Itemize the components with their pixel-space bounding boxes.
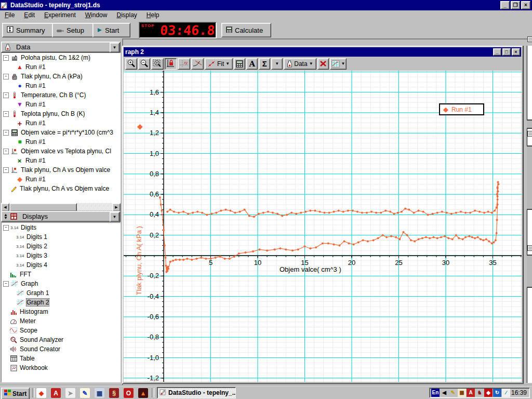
plot-area[interactable]: 5101520253035-1,2-1,0-0,8-0,6-0,4-0,20,2…	[124, 71, 522, 382]
scroll-left-button[interactable]: ◀	[1, 203, 9, 211]
quick-launch-acrobat-icon[interactable]: A	[51, 388, 61, 398]
display-item[interactable]: Histogram	[2, 307, 120, 316]
data-item[interactable]: − Poloha pistu, Ch 1&2 (m)	[2, 53, 120, 62]
quick-launch-datastudio-icon[interactable]: ◆	[36, 388, 46, 398]
run-item[interactable]: ● Run #1	[2, 81, 120, 90]
collapse-box[interactable]: −	[3, 149, 9, 154]
data-item[interactable]: −x Tlak plynu, Ch A vs Objem valce	[2, 165, 120, 175]
collapse-box[interactable]: −	[3, 55, 9, 61]
display-subitem[interactable]: 3.14 Digits 4	[2, 260, 120, 270]
scroll-track[interactable]	[77, 203, 112, 210]
setup-button[interactable]: Setup	[52, 23, 96, 37]
tray-sync-icon[interactable]: ↻	[493, 389, 501, 397]
tray-scheduler-icon[interactable]: ▦	[458, 389, 466, 397]
run-item[interactable]: ◆ Run #1	[2, 175, 120, 184]
quick-launch-paint-icon[interactable]: ✎	[80, 388, 90, 398]
data-item[interactable]: − Teplota plynu, Ch B (K)	[2, 109, 120, 118]
menu-help[interactable]: Help	[142, 11, 164, 19]
data-item[interactable]: Tlak plynu, Ch A vs Objem valce	[2, 184, 120, 193]
collapse-box[interactable]: −	[3, 167, 9, 173]
data-tree-hscrollbar[interactable]: ◀ ▶	[1, 203, 121, 210]
data-item[interactable]: −x Objem valce vs Teplota plynu, Cl	[2, 147, 120, 156]
restore-button[interactable]: ❐	[511, 1, 520, 9]
graph-window-titlebar[interactable]: raph 2 _ □ ×	[124, 47, 521, 57]
zoom-out-button[interactable]	[138, 58, 150, 70]
tray-volume-icon[interactable]: ◀	[440, 389, 448, 397]
statistics-button[interactable]: Σ	[259, 58, 270, 70]
calculate-button[interactable]: Calculate	[221, 23, 271, 37]
graph-minimize-button[interactable]: _	[493, 48, 501, 56]
tray-diamond-icon[interactable]: ◆	[484, 389, 493, 397]
display-item[interactable]: FFT	[2, 270, 120, 279]
summary-button[interactable]: Summary	[2, 23, 57, 37]
scale-to-fit-button[interactable]	[165, 58, 177, 70]
fit-menu-button[interactable]: Fit▼	[205, 58, 233, 70]
tray-agent-icon[interactable]: ♞	[475, 389, 484, 397]
taskbar-datastudio-button[interactable]: DataStudio - tepelny_...	[157, 387, 236, 398]
display-subitem[interactable]: Graph 2	[2, 298, 120, 307]
quick-launch-opera-icon[interactable]: O	[124, 388, 134, 398]
legend[interactable]: ◆ Run #1	[439, 103, 484, 115]
close-button[interactable]: ×	[521, 1, 530, 9]
run-item[interactable]: + Run #1	[2, 156, 120, 165]
smart-tool-button[interactable]: xy	[178, 58, 190, 70]
collapse-box[interactable]: −	[3, 281, 9, 287]
display-item[interactable]: Table	[2, 354, 120, 363]
data-item[interactable]: − Tlak plynu, Ch A (kPa)	[2, 72, 120, 81]
quick-launch-bird-icon[interactable]: ➤	[65, 388, 75, 398]
menu-window[interactable]: Window	[81, 11, 112, 19]
menu-edit[interactable]: Edit	[19, 11, 39, 19]
collapse-box[interactable]: −	[3, 130, 9, 136]
quick-launch-flame-icon[interactable]: ▲	[138, 388, 148, 398]
minimize-button[interactable]: _	[500, 1, 510, 9]
quick-launch-calculator-icon[interactable]: ▦	[95, 388, 104, 398]
display-item[interactable]: Sound Analyzer	[2, 335, 120, 344]
tray-ati-icon[interactable]: A	[467, 389, 475, 397]
data-menu-button[interactable]: Data▼	[284, 58, 316, 70]
zoom-select-button[interactable]	[151, 58, 164, 70]
quick-launch-dragon-icon[interactable]: §	[109, 388, 119, 398]
data-panel-menu-button[interactable]: ▼	[110, 43, 119, 52]
display-subitem[interactable]: 3.14 Digits 1	[2, 232, 120, 242]
display-item[interactable]: Meter	[2, 316, 120, 326]
tray-line-tool-icon[interactable]: ∕	[502, 389, 510, 397]
statistics-menu-button[interactable]: ▼	[271, 58, 283, 70]
run-item[interactable]: ■ Run #1	[2, 137, 120, 147]
data-item[interactable]: − Temperature, Ch B (°C)	[2, 90, 120, 100]
tray-pen-yellow-icon[interactable]: ✎	[449, 389, 457, 397]
run-item[interactable]: ▼ Run #1	[2, 100, 120, 109]
scroll-thumb[interactable]	[9, 203, 77, 211]
scroll-right-button[interactable]: ▶	[112, 203, 121, 211]
display-item[interactable]: Sound Creator	[2, 344, 120, 354]
run-item[interactable]: + Run #1	[2, 118, 120, 128]
tray-keyboard-layout-icon[interactable]: En	[431, 389, 440, 397]
menu-experiment[interactable]: Experiment	[39, 11, 81, 19]
start-menu-button[interactable]: Start	[1, 388, 30, 399]
text-annotation-button[interactable]: A	[246, 58, 258, 70]
display-item[interactable]: − Graph	[2, 279, 120, 288]
graph-maximize-button[interactable]: □	[502, 48, 511, 56]
collapse-box[interactable]: −	[3, 92, 9, 98]
menu-display[interactable]: Display	[112, 11, 141, 19]
taskbar-clock[interactable]: 16:39	[511, 389, 527, 396]
display-item[interactable]: Scope	[2, 326, 120, 335]
slope-tool-button[interactable]	[191, 58, 204, 70]
menu-file[interactable]: File	[0, 11, 19, 19]
start-button-toolbar[interactable]: Start	[92, 23, 130, 37]
display-subitem[interactable]: 3.14 Digits 2	[2, 242, 120, 251]
collapse-box[interactable]: −	[3, 225, 9, 231]
settings-menu-button[interactable]: ▼	[330, 58, 347, 70]
displays-panel-menu-button[interactable]: ▼	[110, 212, 119, 222]
graph-close-button[interactable]: ×	[512, 48, 520, 56]
display-item[interactable]: −3.14 Digits	[2, 223, 120, 232]
data-item[interactable]: − Objem valce = pi*r*r*y*100 (cm^3	[2, 128, 120, 137]
collapse-box[interactable]: −	[3, 111, 9, 117]
display-item[interactable]: Workbook	[2, 363, 120, 373]
delete-button[interactable]	[317, 58, 329, 70]
display-subitem[interactable]: 3.14 Digits 3	[2, 251, 120, 260]
panel-splitter-icon[interactable]: ▲▼	[4, 214, 8, 219]
display-subitem[interactable]: Graph 1	[2, 288, 120, 298]
zoom-in-button[interactable]	[125, 58, 137, 70]
run-item[interactable]: ▲ Run #1	[2, 62, 120, 72]
calculator-button[interactable]	[234, 58, 245, 70]
